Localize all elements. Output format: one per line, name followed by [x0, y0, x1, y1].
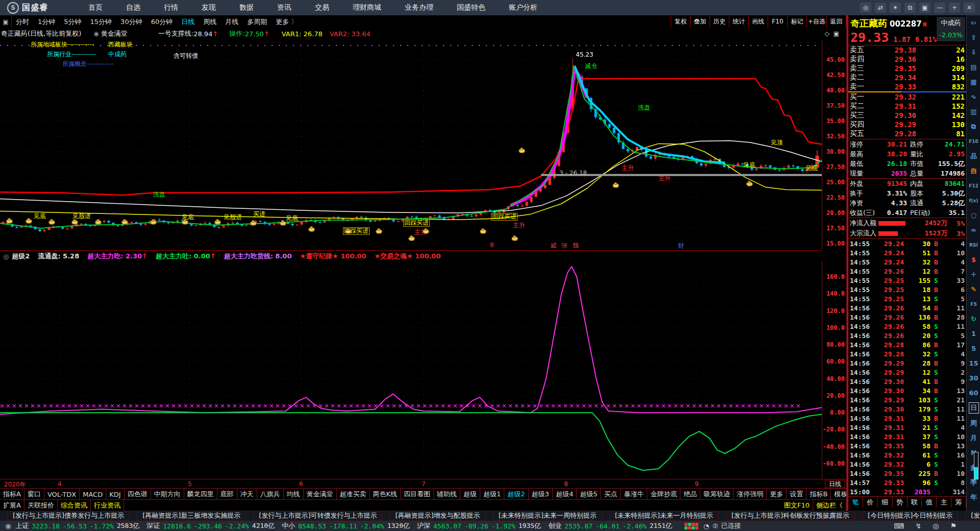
period-tab[interactable]: 分时 [16, 17, 29, 27]
strip-tool-icon[interactable]: ⇧ [967, 30, 980, 45]
indicator-tab[interactable]: 辅助线 [434, 489, 460, 500]
chart-toolbar-button[interactable]: +自选 [806, 15, 826, 28]
period-tab[interactable]: 15分钟 [90, 17, 112, 27]
strip-tool-icon[interactable]: ≈ [967, 223, 980, 237]
indicator-tab[interactable]: 超级 [460, 489, 480, 500]
period-tab[interactable]: 日线 [181, 17, 194, 27]
strip-tool-icon[interactable]: RSI [967, 237, 980, 252]
strip-tool-icon[interactable]: ▤ [967, 60, 980, 75]
strip-tool-icon[interactable]: ○ [967, 208, 980, 223]
status-tool-icon[interactable]: ◎ [933, 522, 939, 530]
ticker-item[interactable]: [发行与上市提示]可转债发行与上市提示 [253, 511, 382, 520]
indicator-tab[interactable]: 超级2 [504, 489, 528, 500]
menu-item[interactable]: 数据 [228, 3, 265, 12]
indicator-tab[interactable]: 绝品 [680, 489, 700, 500]
indicator-tab[interactable]: 超级5 [577, 489, 601, 500]
status-tool-icon[interactable]: ⚑ [950, 522, 957, 530]
indicator-tab[interactable]: 超级1 [480, 489, 504, 500]
strip-tool-icon[interactable]: f(x) [967, 193, 980, 208]
chart-toolbar-button[interactable]: 历史 [709, 15, 729, 28]
period-tab[interactable]: 5分钟 [64, 17, 81, 27]
quote-tab[interactable]: 笔 [848, 497, 863, 508]
strip-tool-icon[interactable]: F5 [967, 297, 980, 311]
info-tab[interactable]: 关联报价 [24, 500, 58, 511]
index-quote[interactable]: 创业 2535.87 -64.01 -2.46% 2151亿 [548, 521, 672, 530]
bid-row[interactable]: 买四 29.29 130 [848, 120, 966, 129]
chart-toolbar-button[interactable]: 返回 [826, 15, 846, 28]
indicator-tab[interactable]: KDJ [106, 489, 124, 500]
status-tool-icon[interactable]: ↯ [915, 522, 921, 530]
tick-trade-list[interactable]: 14:55 29.24 30 B 4 14:55 29.24 51 B 10 1… [848, 238, 966, 496]
menu-item[interactable]: 国盛特色 [445, 3, 497, 12]
menu-item[interactable]: 发现 [190, 3, 228, 12]
window-control-icon[interactable]: ✶ [890, 3, 901, 13]
indicator-tab-extra[interactable]: 指标B [806, 489, 831, 500]
collapse-icon[interactable]: ◎ [3, 253, 9, 260]
main-candlestick-chart[interactable]: 所属地域板块------------西藏板块所属行业-----------中成药… [0, 39, 822, 250]
indicator-tab[interactable]: 超准买卖 [337, 489, 370, 500]
indicator-tab[interactable]: MACD [80, 489, 106, 500]
period-tab[interactable]: 30分钟 [120, 17, 142, 27]
menu-item[interactable]: 首页 [77, 3, 114, 12]
indicator-tab[interactable]: 八旗兵 [257, 489, 284, 500]
chart-corner-icons[interactable]: ◇▣ [824, 30, 843, 37]
strip-tool-icon[interactable]: 年 [967, 490, 980, 504]
indicator-tab[interactable]: 均线 [284, 489, 304, 500]
strip-tool-icon[interactable]: ✎ [967, 282, 980, 297]
index-quote[interactable]: 沪深 4563.07 -89.26 -1.92% 1935亿 [417, 521, 541, 530]
ask-row[interactable]: 卖二 29.34 314 [848, 73, 966, 82]
info-tab[interactable]: 行业资讯 [91, 500, 124, 511]
strip-tool-icon[interactable]: 60 [967, 385, 980, 400]
indicator-tab[interactable]: 窗口 [24, 489, 44, 500]
strip-tool-icon[interactable]: ↻ [967, 311, 980, 326]
indicator-tab[interactable]: 超级4 [553, 489, 577, 500]
indicator-tab[interactable]: 更多 [767, 489, 787, 500]
indicator-tab[interactable]: 金牌抄底 [647, 489, 680, 500]
strip-tool-icon[interactable]: 品 [967, 149, 980, 163]
chart-toolbar-button[interactable]: 统计 [729, 15, 748, 28]
menu-item[interactable]: 行情 [152, 3, 190, 12]
info-tab[interactable]: 综合资讯 [58, 500, 91, 511]
strip-tool-icon[interactable]: 30 [967, 371, 980, 385]
strip-tool-icon[interactable]: F12 [967, 178, 980, 193]
index-quote[interactable]: 中小 8548.53 -178.11 -2.04% 1320亿 [282, 521, 410, 530]
index-quote[interactable]: 深证 12816.6 -293.46 -2.24% 4210亿 [146, 521, 275, 530]
menu-item[interactable]: 交易 [303, 3, 341, 12]
menu-item[interactable]: 自选 [114, 3, 152, 12]
menu-item[interactable]: 账户分析 [497, 3, 549, 12]
ticker-item[interactable]: [发行与上市提示]科创板发行预披露提示 [726, 511, 855, 520]
period-tab[interactable]: 周线 [203, 17, 216, 27]
ticker-item[interactable]: [发行与上市提示]债券发行与上市提示 [7, 511, 130, 520]
strategy-name[interactable]: 黄金满堂 [101, 29, 128, 38]
ticker-item[interactable]: [再融资提示]新三板增发实施提示 [137, 511, 246, 520]
strategy-dot-icon[interactable]: ◉ [93, 30, 99, 37]
ticker-item[interactable]: [发行与上市提示] [965, 511, 980, 520]
strip-tool-icon[interactable]: ✛ [967, 267, 980, 282]
window-control-icon[interactable]: ⧉ [904, 3, 916, 13]
ticker-item[interactable]: [今日特别提示]今日特别提示 [862, 511, 958, 520]
menu-item[interactable]: 理财商城 [341, 3, 393, 12]
indicator-tab[interactable]: 暴涨牛 [621, 489, 647, 500]
ask-row[interactable]: 卖一 29.33 832 [848, 82, 966, 91]
quote-tab[interactable]: 联 [908, 497, 922, 508]
strip-tool-icon[interactable]: 5 [967, 341, 980, 356]
quote-tab[interactable]: 细 [878, 497, 893, 508]
ask-row[interactable]: 卖五 29.38 24 [848, 45, 966, 55]
strip-tool-icon[interactable]: ⧉ [967, 119, 980, 134]
window-control-icon[interactable]: ⇄ [875, 3, 886, 13]
period-tab[interactable]: 多周期 [247, 17, 267, 27]
indicator-tab[interactable]: 中期方向 [151, 489, 184, 500]
chart-toolbar-button[interactable]: F10 [768, 15, 787, 28]
strip-tool-icon[interactable]: $ [967, 252, 980, 267]
strip-tool-icon[interactable]: F10 [967, 134, 980, 149]
chart-toolbar-button[interactable]: 画线 [748, 15, 768, 28]
strip-tool-icon[interactable]: 15 [967, 356, 980, 371]
strip-tool-icon[interactable]: ∿ [967, 89, 980, 104]
info-tab-extra[interactable]: 侧边栏《 [813, 500, 846, 511]
chart-toolbar-button[interactable]: 复权 [671, 15, 690, 28]
chart-toolbar-button[interactable]: 标记 [787, 15, 806, 28]
window-control-icon[interactable]: — [934, 3, 945, 13]
ticker-item[interactable]: [再融资提示]增发与配股提示 [389, 511, 485, 520]
indicator-tab[interactable]: 吸筹轨迹 [700, 489, 733, 500]
indicator-tab[interactable]: 冲天 [237, 489, 257, 500]
